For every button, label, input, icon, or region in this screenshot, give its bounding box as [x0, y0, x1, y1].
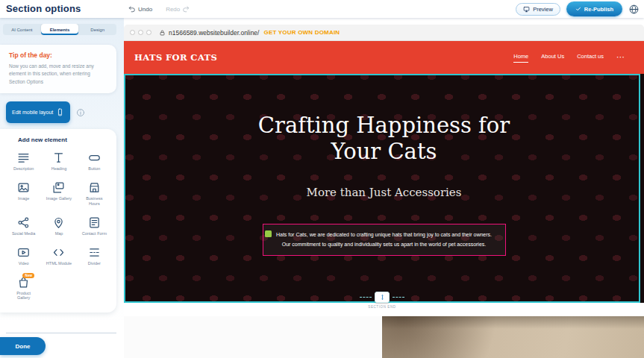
hero-description: Hats for Cats, we are dedicated to craft… — [269, 230, 499, 250]
undo-button[interactable]: Undo — [128, 5, 152, 13]
lock-icon — [159, 29, 166, 37]
image-icon — [17, 181, 30, 194]
add-element-description[interactable]: Description — [6, 146, 41, 176]
window-dot-icon — [146, 30, 151, 35]
globe-icon — [628, 4, 640, 15]
add-element-image[interactable]: Image — [6, 176, 41, 211]
page-title: Section options — [6, 3, 81, 14]
add-element-heading[interactable]: Heading — [41, 146, 76, 176]
topbar-actions: Preview Re-Publish — [516, 0, 640, 18]
add-element-divider[interactable]: Divider — [77, 241, 112, 271]
add-element-product-gallery[interactable]: New Product Gallery — [6, 271, 41, 306]
site-nav: Home About Us Contact us ⋯ — [513, 53, 625, 63]
new-badge: New — [22, 273, 34, 278]
element-label: Image Gallery — [46, 196, 72, 201]
heading-icon — [52, 151, 65, 164]
mobile-layout-row: Edit mobile layout — [6, 101, 124, 123]
section-resize-control: SECTION END — [124, 292, 640, 310]
tip-title: Tip of the day: — [9, 51, 107, 59]
add-element-button[interactable]: Button — [77, 146, 112, 176]
tab-elements[interactable]: Elements — [41, 24, 79, 35]
next-section-image[interactable] — [382, 316, 644, 358]
check-icon — [575, 6, 581, 12]
element-label: Image — [18, 196, 29, 201]
hero-heading-line: Your Cats — [124, 139, 644, 165]
window-dot-icon — [138, 30, 143, 35]
next-section-preview[interactable] — [124, 316, 644, 358]
info-button[interactable] — [76, 108, 85, 117]
preview-button[interactable]: Preview — [516, 3, 560, 16]
sidebar-tabs: AI Content Elements Design — [3, 24, 116, 35]
tab-design[interactable]: Design — [78, 24, 116, 35]
add-new-element-panel: Add new element Description Heading Butt… — [0, 129, 116, 313]
element-label: Map — [55, 231, 63, 236]
site-logo[interactable]: HATS FOR CATS — [134, 52, 217, 63]
contact-form-icon — [88, 216, 101, 229]
element-drag-handle[interactable] — [265, 230, 272, 237]
preview-label: Preview — [533, 6, 553, 13]
element-grid: Description Heading Button Image Image G — [6, 146, 112, 305]
window-dot-icon — [130, 30, 135, 35]
add-element-contact-form[interactable]: Contact Form — [77, 211, 112, 241]
add-element-business-hours[interactable]: Business Hours — [77, 176, 112, 211]
add-element-social-media[interactable]: Social Media — [6, 211, 41, 241]
nav-more-icon[interactable]: ⋯ — [616, 53, 625, 63]
element-label: Business Hours — [81, 196, 107, 207]
redo-label: Redo — [166, 6, 180, 13]
section-end-label: SECTION END — [365, 304, 398, 310]
sidebar-divider — [6, 333, 116, 333]
tip-body: Now you can add, move and resize any ele… — [9, 63, 107, 86]
redo-button[interactable]: Redo — [166, 5, 190, 13]
preview-browser-bar: n1566589.websitebuilder.online/ GET YOUR… — [124, 25, 644, 41]
edit-mobile-layout-button[interactable]: Edit mobile layout — [6, 101, 70, 123]
history-controls: Undo Redo — [128, 0, 190, 18]
resize-vertical-icon — [379, 293, 386, 301]
add-element-title: Add new element — [18, 136, 112, 143]
republish-button[interactable]: Re-Publish — [566, 1, 622, 16]
hero-description-line: Hats for Cats, we are dedicated to craft… — [269, 230, 499, 239]
section-options-sidebar: AI Content Elements Design Tip of the da… — [0, 18, 124, 358]
site-url: n1566589.websitebuilder.online/ — [169, 29, 259, 37]
topbar: Section options Undo Redo Preview Re-Pub… — [0, 0, 644, 18]
nav-about-us[interactable]: About Us — [541, 53, 564, 63]
element-label: Heading — [51, 166, 67, 172]
hero-subheading[interactable]: More than Just Accessories — [124, 186, 644, 199]
video-icon — [17, 246, 30, 259]
storefront-icon — [88, 181, 101, 194]
edit-mobile-label: Edit mobile layout — [12, 110, 53, 115]
redo-icon — [182, 5, 190, 13]
section-resize-handle[interactable] — [375, 292, 390, 303]
hero-description-line: Our commitment to quality and individual… — [269, 239, 499, 249]
republish-label: Re-Publish — [584, 6, 613, 13]
monitor-icon — [523, 6, 530, 13]
hero-description-box[interactable]: Hats for Cats, we are dedicated to craft… — [263, 224, 506, 256]
tab-ai-content[interactable]: AI Content — [3, 24, 41, 35]
image-gallery-icon — [52, 181, 65, 194]
section-resize-row — [360, 292, 404, 303]
code-icon — [52, 246, 65, 259]
get-own-domain-link[interactable]: GET YOUR OWN DOMAIN — [263, 29, 340, 36]
info-icon — [76, 108, 85, 117]
button-icon — [88, 151, 101, 164]
map-pin-icon — [52, 216, 65, 229]
nav-home[interactable]: Home — [513, 53, 528, 63]
element-label: Contact Form — [82, 231, 107, 236]
add-element-image-gallery[interactable]: Image Gallery — [41, 176, 76, 211]
site-header[interactable]: HATS FOR CATS Home About Us Contact us ⋯ — [124, 41, 644, 74]
divider-icon — [88, 246, 101, 259]
add-element-video[interactable]: Video — [6, 241, 41, 271]
section-boundary-dash — [393, 297, 404, 298]
language-globe-button[interactable] — [628, 4, 640, 15]
editor-canvas: n1566589.websitebuilder.online/ GET YOUR… — [124, 18, 644, 358]
hero-heading[interactable]: Crafting Happiness for Your Cats — [124, 113, 644, 165]
element-label: Description — [13, 166, 34, 172]
tip-of-the-day-card: Tip of the day: Now you can add, move an… — [0, 45, 116, 93]
hero-section[interactable]: Crafting Happiness for Your Cats More th… — [124, 74, 644, 303]
add-element-map[interactable]: Map — [41, 211, 76, 241]
element-label: Product Gallery — [10, 291, 37, 301]
element-label: Video — [19, 261, 29, 266]
nav-contact-us[interactable]: Contact us — [577, 53, 604, 63]
done-button[interactable]: Done — [0, 337, 46, 355]
add-element-html-module[interactable]: HTML Module — [41, 241, 76, 271]
element-label: Button — [88, 166, 100, 172]
